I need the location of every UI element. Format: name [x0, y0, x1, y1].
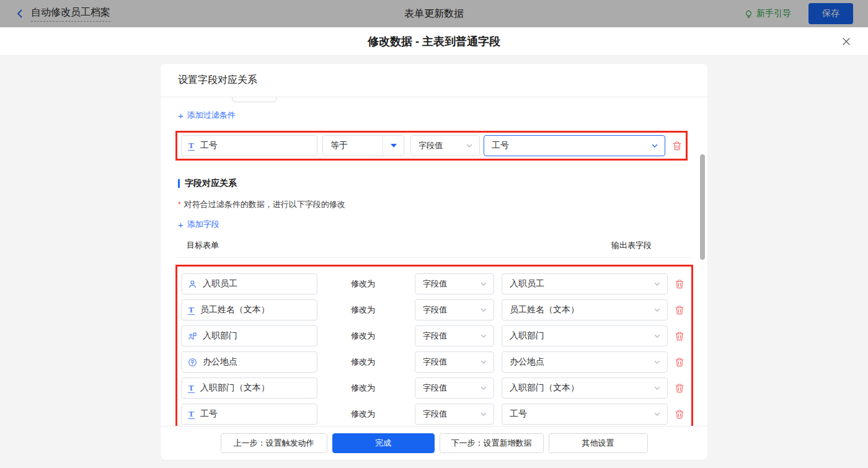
text-icon: T: [188, 384, 195, 393]
modify-label: 修改为: [351, 408, 379, 420]
value-type-value: 字段值: [418, 140, 443, 151]
chevron-down-icon: [480, 384, 487, 392]
output-field-value: 工号: [510, 408, 527, 420]
add-field-link[interactable]: + 添加字段: [178, 219, 219, 230]
chevron-down-icon: [480, 306, 487, 314]
target-field-label: 入职部门（文本）: [200, 382, 270, 394]
prev-step-button[interactable]: 上一步：设置触发动作: [221, 433, 327, 453]
trash-icon: [675, 331, 684, 341]
modify-label: 修改为: [351, 330, 379, 342]
scrollbar-thumb[interactable]: [700, 154, 705, 260]
chevron-down-icon: [480, 410, 487, 418]
value-type-value: 字段值: [423, 278, 447, 289]
delete-row-button[interactable]: [675, 279, 684, 289]
plus-icon: +: [178, 111, 184, 120]
target-field-label: 办公地点: [203, 356, 237, 368]
beginner-guide-link[interactable]: 新手引导: [744, 8, 791, 19]
value-type-value: 字段值: [423, 330, 447, 342]
delete-row-button[interactable]: [675, 331, 684, 341]
trash-icon: [672, 141, 682, 151]
chevron-down-icon: [653, 280, 661, 288]
trash-icon: [675, 279, 684, 289]
delete-row-button[interactable]: [675, 357, 684, 367]
value-type-select[interactable]: 字段值: [415, 351, 494, 373]
page-title: 表单更新数据: [0, 7, 868, 20]
text-icon: T: [188, 306, 195, 315]
plus-icon: +: [178, 220, 184, 229]
target-field-label: 员工姓名（文本）: [200, 304, 270, 316]
output-field-select[interactable]: 工号: [502, 404, 668, 425]
triangle-down-icon: [391, 143, 397, 148]
target-field-label: 入职员工: [203, 278, 237, 289]
description-text: 对符合过滤条件的数据，进行以下字段的修改: [184, 199, 345, 210]
target-field-label: 入职部门: [203, 330, 237, 342]
value-type-select[interactable]: 字段值: [415, 325, 494, 347]
delete-row-button[interactable]: [675, 409, 684, 419]
required-asterisk: *: [178, 200, 181, 209]
output-field-select[interactable]: 员工姓名（文本）: [502, 299, 668, 320]
chevron-down-icon: [466, 142, 473, 149]
value-type-select[interactable]: 字段值: [415, 273, 494, 294]
mapping-row: T 入职部门（文本） 修改为 字段值 入职部门（文本）: [181, 377, 691, 399]
mapping-row: 办公地点 修改为 字段值 办公地点: [181, 351, 691, 373]
modify-label: 修改为: [351, 304, 379, 316]
output-field-select[interactable]: 办公地点: [502, 351, 668, 373]
text-icon: T: [188, 141, 195, 151]
add-field-label: 添加字段: [187, 219, 219, 230]
operator-select[interactable]: 等于: [322, 135, 404, 156]
output-field-column: 输出表字段: [611, 240, 652, 251]
target-field[interactable]: 入职部门: [181, 325, 317, 347]
output-field-select[interactable]: 入职部门: [502, 325, 668, 347]
value-type-value: 字段值: [423, 382, 447, 394]
delete-filter-button[interactable]: [672, 141, 682, 151]
value-type-select[interactable]: 字段值: [415, 404, 494, 425]
output-field-value: 办公地点: [510, 356, 544, 368]
output-field-select[interactable]: 入职员工: [502, 273, 668, 294]
chevron-down-icon: [653, 332, 661, 340]
target-form-column: 目标表单: [187, 240, 219, 251]
chevron-down-icon: [653, 410, 661, 418]
output-field-value: 入职员工: [510, 278, 544, 289]
value-type-select[interactable]: 字段值: [410, 135, 480, 156]
output-field-value: 入职部门（文本）: [510, 382, 579, 394]
modal-title: 修改数据 - 主表到普通字段: [368, 34, 500, 49]
modify-label: 修改为: [351, 382, 379, 394]
card-title: 设置字段对应关系: [161, 64, 707, 97]
filter-value-field-select[interactable]: 工号: [484, 135, 665, 156]
delete-row-button[interactable]: [675, 305, 684, 315]
top-bar: 自动修改员工档案 表单更新数据 新手引导 保存: [0, 0, 868, 27]
close-icon: [841, 37, 851, 46]
target-field[interactable]: T 入职部门（文本）: [181, 377, 317, 399]
next-step-button[interactable]: 下一步：设置新增数据: [440, 433, 544, 453]
chevron-down-icon: [651, 142, 658, 149]
modal-header: 修改数据 - 主表到普通字段: [0, 27, 868, 56]
add-filter-link[interactable]: + 添加过滤条件: [178, 110, 236, 121]
delete-row-button[interactable]: [675, 383, 684, 393]
value-type-select[interactable]: 字段值: [415, 299, 494, 320]
modify-label: 修改为: [351, 356, 379, 368]
section-marker: [178, 179, 180, 188]
mapping-row: T 员工姓名（文本） 修改为 字段值 员工姓名（文本）: [181, 299, 691, 320]
card-scroll-area: + 添加过滤条件 T 工号 等于 字段值: [161, 97, 707, 426]
close-button[interactable]: [841, 36, 852, 47]
target-field[interactable]: T 工号: [181, 404, 317, 425]
filter-value-field: 工号: [492, 140, 509, 151]
chevron-down-icon: [480, 332, 487, 340]
value-type-value: 字段值: [423, 408, 447, 420]
modal-body: 设置字段对应关系 + 添加过滤条件 T 工号 等于: [0, 64, 868, 468]
save-button[interactable]: 保存: [808, 3, 853, 24]
mapping-section-header: 字段对应关系: [178, 178, 707, 189]
done-button[interactable]: 完成: [332, 433, 435, 453]
column-headers: 目标表单 输出表字段: [187, 240, 707, 251]
dropdown-arrow-zone[interactable]: [383, 136, 404, 156]
output-field-select[interactable]: 入职部门（文本）: [502, 377, 668, 399]
trash-icon: [675, 305, 684, 315]
value-type-select[interactable]: 字段值: [415, 377, 494, 399]
target-field[interactable]: T 员工姓名（文本）: [181, 299, 317, 320]
chevron-down-icon: [480, 358, 487, 366]
filter-field[interactable]: T 工号: [181, 135, 317, 156]
target-field[interactable]: 办公地点: [181, 351, 317, 373]
other-settings-button[interactable]: 其他设置: [549, 433, 648, 453]
target-field[interactable]: 入职员工: [181, 273, 317, 294]
guide-label: 新手引导: [756, 8, 791, 19]
